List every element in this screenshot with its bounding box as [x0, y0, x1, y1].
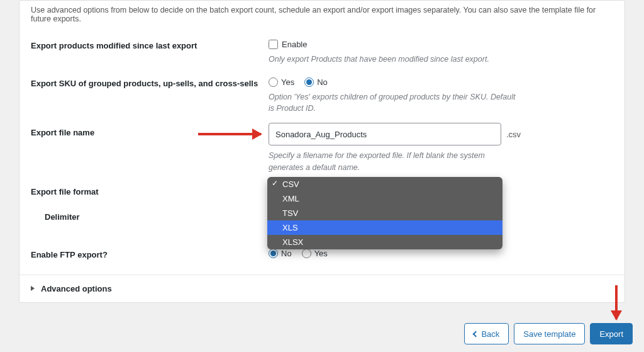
- advanced-options-toggle[interactable]: Advanced options: [19, 275, 625, 302]
- back-label: Back: [481, 329, 499, 339]
- chevron-left-icon: [473, 331, 479, 337]
- enable-label: Enable: [282, 40, 307, 49]
- save-template-button[interactable]: Save template: [514, 323, 585, 344]
- format-option-xlsx[interactable]: XLSX: [267, 235, 502, 249]
- sku-radio-group: Yes No: [269, 74, 550, 87]
- sku-no-option[interactable]: No: [304, 77, 328, 87]
- ftp-no-label: No: [281, 249, 292, 258]
- back-button[interactable]: Back: [464, 323, 509, 344]
- format-option-csv[interactable]: CSV: [267, 177, 502, 191]
- ftp-yes-label: Yes: [314, 249, 328, 258]
- sku-yes-radio[interactable]: [269, 77, 278, 87]
- ftp-no-option[interactable]: No: [269, 249, 292, 258]
- annotation-arrow-export: [615, 285, 618, 319]
- footer-actions: Back Save template Export: [464, 323, 633, 344]
- annotation-arrow-filename: [198, 133, 261, 135]
- label-format: Export file format: [31, 182, 269, 196]
- sku-no-label: No: [317, 77, 328, 87]
- intro-text: Use advanced options from below to decid…: [19, 1, 625, 35]
- format-option-tsv[interactable]: TSV: [267, 206, 502, 220]
- label-delimiter: Delimiter: [31, 207, 269, 222]
- sku-yes-label: Yes: [281, 77, 294, 87]
- filename-suffix: .csv: [506, 130, 521, 139]
- ftp-no-radio[interactable]: [269, 249, 278, 258]
- filename-input[interactable]: [269, 123, 501, 145]
- ctrl-filename: .csv Specify a filename for the exported…: [269, 123, 613, 173]
- enable-checkbox[interactable]: [269, 40, 278, 49]
- sku-no-radio[interactable]: [304, 77, 314, 87]
- row-sku: Export SKU of grouped products, up-sells…: [19, 72, 625, 122]
- help-filename: Specify a filename for the exported file…: [269, 150, 520, 173]
- ctrl-sku: Yes No Option 'Yes' exports children of …: [269, 74, 613, 114]
- label-sku: Export SKU of grouped products, up-sells…: [31, 74, 269, 88]
- export-label: Export: [599, 329, 623, 339]
- caret-right-icon: [31, 286, 35, 291]
- save-template-label: Save template: [523, 329, 575, 339]
- ftp-yes-radio[interactable]: [302, 249, 311, 258]
- format-option-xml[interactable]: XML: [267, 191, 502, 206]
- ctrl-modified: Enable Only export Products that have be…: [269, 36, 613, 65]
- help-modified: Only export Products that have been modi…: [269, 54, 520, 65]
- row-modified: Export products modified since last expo…: [19, 35, 625, 72]
- help-sku: Option 'Yes' exports children of grouped…: [269, 91, 520, 114]
- enable-checkbox-wrap[interactable]: Enable: [269, 36, 550, 49]
- format-option-xls[interactable]: XLS: [267, 220, 502, 235]
- row-filename: Export file name .csv Specify a filename…: [19, 122, 625, 180]
- label-modified: Export products modified since last expo…: [31, 36, 269, 50]
- label-ftp: Enable FTP export?: [31, 245, 269, 259]
- format-dropdown-menu[interactable]: CSVXMLTSVXLSXLSX: [267, 177, 502, 249]
- ftp-yes-option[interactable]: Yes: [302, 249, 328, 258]
- filename-input-wrap: .csv: [269, 123, 550, 145]
- advanced-label: Advanced options: [41, 284, 112, 293]
- export-button[interactable]: Export: [590, 323, 633, 344]
- export-advanced-panel: Use advanced options from below to decid…: [19, 0, 625, 303]
- sku-yes-option[interactable]: Yes: [269, 77, 294, 87]
